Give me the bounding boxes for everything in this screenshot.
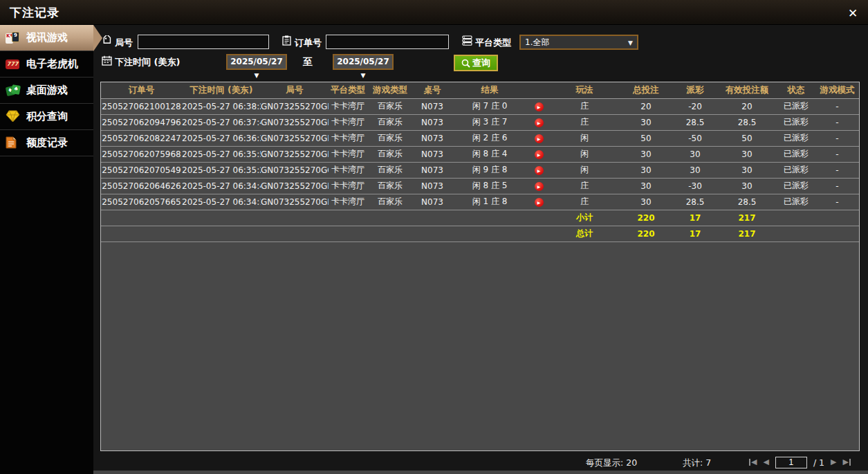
cell-result: 闲 7 庄 0 bbox=[452, 98, 528, 114]
total-count-label: 共计: 7 bbox=[683, 457, 711, 469]
summary-cell-icon bbox=[528, 210, 550, 226]
sidebar-item-video-games[interactable]: K♥9 视讯游戏 bbox=[0, 25, 93, 51]
cell-time: 2025-05-27 06:35:58 bbox=[182, 146, 261, 162]
cell-icon: ▶ bbox=[528, 178, 550, 194]
platform-type-value: 1.全部 bbox=[525, 37, 549, 47]
round-number-label: 局号 bbox=[115, 37, 133, 49]
first-page-icon[interactable]: ◀ bbox=[749, 456, 757, 468]
summary-cell-mode bbox=[815, 210, 859, 226]
cell-order: 250527062075968 bbox=[101, 146, 182, 162]
cell-table: N073 bbox=[413, 194, 452, 210]
summary-cell-play: 小计 bbox=[550, 210, 619, 226]
cell-order: 250527062100128 bbox=[101, 98, 182, 114]
column-header: 游戏模式 bbox=[815, 82, 859, 98]
cell-valid: 50 bbox=[717, 130, 777, 146]
column-header: 有效投注额 bbox=[717, 82, 777, 98]
next-page-icon[interactable]: ▶ bbox=[831, 456, 836, 468]
cell-total: 50 bbox=[619, 130, 673, 146]
summary-cell-table bbox=[413, 210, 452, 226]
sidebar-item-quota-records[interactable]: 额度记录 bbox=[0, 130, 93, 156]
play-video-icon[interactable]: ▶ bbox=[535, 150, 544, 159]
betting-records-dialog: 下注记录 ✕ K♥9 视讯游戏 777 电子老虎机 ♦♠ 桌面游戏 积分查询 bbox=[0, 0, 868, 474]
summary-cell-round bbox=[261, 210, 329, 226]
close-icon[interactable]: ✕ bbox=[846, 6, 860, 20]
summary-cell-platform bbox=[329, 226, 367, 241]
cell-mode: - bbox=[815, 146, 859, 162]
cell-table: N073 bbox=[413, 162, 452, 178]
play-video-icon[interactable]: ▶ bbox=[535, 198, 544, 207]
query-button[interactable]: 查询 bbox=[454, 55, 498, 71]
cell-payout: 30 bbox=[673, 146, 717, 162]
cell-status: 已派彩 bbox=[777, 194, 815, 210]
play-video-icon[interactable]: ▶ bbox=[535, 102, 544, 111]
page-number-input[interactable] bbox=[775, 457, 807, 468]
cell-status: 已派彩 bbox=[777, 146, 815, 162]
summary-cell-game bbox=[367, 210, 413, 226]
cell-payout: -30 bbox=[673, 178, 717, 194]
cell-play: 闲 bbox=[550, 162, 619, 178]
pagination-bar: 每页显示: 20 共计: 7 ◀ ◀ / 1 ▶ ▶ bbox=[93, 454, 868, 472]
sidebar-item-label: 视讯游戏 bbox=[26, 31, 68, 44]
tag-icon bbox=[102, 35, 112, 46]
platform-type-select[interactable]: 1.全部 ▼ bbox=[519, 35, 638, 50]
chevron-down-icon: ▼ bbox=[361, 72, 366, 79]
round-number-input[interactable] bbox=[138, 35, 269, 49]
summary-cell-payout: 17 bbox=[673, 226, 717, 241]
column-header: 游戏类型 bbox=[367, 82, 413, 98]
summary-cell-total: 220 bbox=[619, 210, 673, 226]
column-header: 桌号 bbox=[413, 82, 452, 98]
column-header: 玩法 bbox=[550, 82, 619, 98]
cell-round: GN073255270GH bbox=[261, 146, 329, 162]
date-to-picker[interactable]: 2025/05/27 ▼ bbox=[333, 54, 394, 70]
sidebar-item-table-games[interactable]: ♦♠ 桌面游戏 bbox=[0, 78, 93, 104]
sidebar-item-slots[interactable]: 777 电子老虎机 bbox=[0, 51, 93, 78]
play-video-icon[interactable]: ▶ bbox=[535, 182, 544, 191]
summary-cell-time bbox=[182, 210, 261, 226]
cell-time: 2025-05-27 06:35:25 bbox=[182, 162, 261, 178]
chevron-down-icon: ▼ bbox=[628, 37, 633, 49]
play-video-icon[interactable]: ▶ bbox=[535, 166, 544, 175]
cell-time: 2025-05-27 06:36:35 bbox=[182, 130, 261, 146]
play-video-icon[interactable]: ▶ bbox=[535, 134, 544, 143]
cell-time: 2025-05-27 06:37:48 bbox=[182, 114, 261, 130]
play-video-icon[interactable]: ▶ bbox=[535, 118, 544, 127]
cell-mode: - bbox=[815, 162, 859, 178]
cell-icon: ▶ bbox=[528, 130, 550, 146]
cell-platform: 卡卡湾厅 bbox=[329, 162, 367, 178]
cell-play: 庄 bbox=[550, 178, 619, 194]
summary-cell-mode bbox=[815, 226, 859, 241]
cell-round: GN073255270GG bbox=[261, 162, 329, 178]
cell-valid: 28.5 bbox=[717, 194, 777, 210]
prev-page-icon[interactable]: ◀ bbox=[763, 456, 768, 468]
cell-total: 20 bbox=[619, 98, 673, 114]
summary-cell-result bbox=[452, 226, 528, 241]
page-total-label: / 1 bbox=[813, 457, 824, 468]
cell-table: N073 bbox=[413, 146, 452, 162]
order-number-input[interactable] bbox=[326, 35, 449, 49]
bets-table-panel: 订单号下注时间 (美东)局号平台类型游戏类型桌号结果玩法总投注派彩有效投注额状态… bbox=[100, 82, 860, 451]
per-page-label: 每页显示: 20 bbox=[586, 457, 637, 469]
bottom-strip bbox=[93, 471, 868, 474]
summary-cell-table bbox=[413, 226, 452, 241]
cell-mode: - bbox=[815, 114, 859, 130]
cell-result: 闲 9 庄 8 bbox=[452, 162, 528, 178]
cell-total: 30 bbox=[619, 146, 673, 162]
pager: ◀ ◀ / 1 ▶ ▶ bbox=[749, 456, 851, 468]
ledger-icon bbox=[6, 136, 21, 150]
cell-result: 闲 2 庄 6 bbox=[452, 130, 528, 146]
date-from-picker[interactable]: 2025/05/27 ▼ bbox=[226, 54, 287, 70]
table-row: 2505270620646262025-05-27 06:34:49GN0732… bbox=[101, 178, 859, 194]
summary-row: 总计22017217 bbox=[101, 226, 859, 241]
summary-cell-status bbox=[777, 210, 815, 226]
date-to-label: 至 bbox=[303, 56, 313, 69]
sidebar-item-points-query[interactable]: 积分查询 bbox=[0, 104, 93, 130]
last-page-icon[interactable]: ▶ bbox=[843, 456, 851, 468]
table-games-icon: ♦♠ bbox=[6, 84, 21, 98]
clipboard-icon bbox=[281, 35, 292, 46]
cell-play: 闲 bbox=[550, 146, 619, 162]
cell-status: 已派彩 bbox=[777, 98, 815, 114]
cell-game: 百家乐 bbox=[367, 178, 413, 194]
summary-cell-round bbox=[261, 226, 329, 241]
cell-game: 百家乐 bbox=[367, 162, 413, 178]
cell-time: 2025-05-27 06:38:21 bbox=[182, 98, 261, 114]
